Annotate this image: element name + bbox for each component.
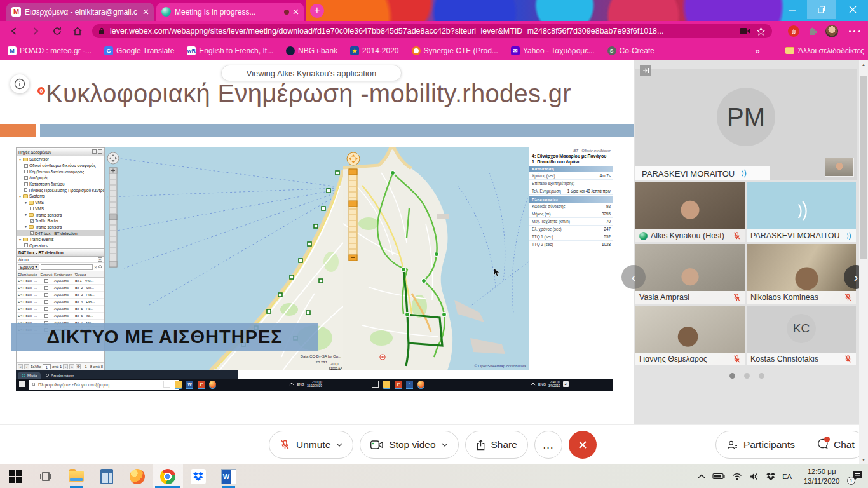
participant-tile[interactable]: PARASKEVI MORAITOU	[747, 182, 856, 242]
chevron-down-icon[interactable]	[336, 443, 342, 447]
window-minimize-button[interactable]	[778, 0, 807, 19]
speaker-icon[interactable]	[749, 473, 759, 480]
bookmark-item[interactable]: M ΡΟΔΟΣ: meteo.gr -...	[8, 46, 92, 55]
stage-tile[interactable]: PM PARASKEVI MORAITOU	[635, 69, 857, 180]
page-dot[interactable]	[729, 373, 735, 379]
tree-item[interactable]: ▼ Οδικοί σύνδεσμοι δικτύου αναφοράς	[17, 163, 104, 169]
collapse-panel-button[interactable]	[640, 65, 651, 76]
row-checkbox[interactable]	[44, 279, 48, 283]
firefox-button[interactable]	[122, 464, 153, 488]
scroll-down-icon[interactable]: ▼	[859, 456, 868, 464]
tree-checkbox[interactable]	[24, 176, 28, 180]
sensor-row[interactable]: D4T box -... Άγνωστο BT 3 - Pla...	[17, 292, 104, 299]
leave-meeting-button[interactable]	[569, 431, 597, 459]
tree-item[interactable]: ▼ Supervisor	[17, 156, 104, 163]
tree-checkbox[interactable]	[24, 182, 28, 186]
inner-search-box[interactable]: Πληκτρολογήστε εδώ για αναζήτηση	[29, 380, 179, 390]
bookmark-item[interactable]: wR English to French, It...	[187, 46, 273, 55]
inner-notification-badge[interactable]: 2	[563, 381, 569, 387]
panel-close-icon[interactable]	[98, 149, 102, 154]
file-explorer-icon[interactable]	[383, 381, 390, 388]
task-view-icon[interactable]	[163, 381, 170, 388]
sensor-row[interactable]: D4T box -... Άγνωστο BT 2 - Vill...	[17, 285, 104, 292]
page-dot[interactable]	[759, 373, 764, 379]
file-explorer-button[interactable]	[61, 464, 92, 488]
calculator-button[interactable]	[92, 464, 122, 488]
bookmark-star-icon[interactable]	[756, 27, 766, 36]
expander-icon[interactable]: ▼	[18, 194, 22, 198]
participant-tile[interactable]: Alkis Kyriakou (Host)	[635, 182, 745, 242]
inner-tab-mistic[interactable]: Mistic	[18, 372, 41, 379]
url-bar[interactable]: lever.webex.com/webappng/sites/lever/mee…	[92, 24, 772, 38]
window-close-button[interactable]	[837, 0, 868, 19]
profile-avatar[interactable]	[825, 24, 839, 38]
row-checkbox[interactable]	[44, 286, 48, 290]
clock[interactable]: 12:50 μμ13/11/2020	[799, 467, 844, 486]
extensions-puzzle-icon[interactable]	[806, 24, 820, 38]
browser-menu-icon[interactable]	[848, 24, 862, 38]
expander-icon[interactable]: ▼	[18, 238, 22, 241]
participant-tile[interactable]: Γιαννης Θεμελαρος	[635, 306, 745, 365]
tree-item[interactable]: ▼ VMS	[17, 206, 104, 212]
powerpoint-icon[interactable]: P	[395, 381, 402, 388]
tree-checkbox[interactable]	[30, 231, 34, 235]
first-page-button[interactable]: «	[18, 364, 23, 369]
stop-video-button[interactable]: Stop video	[360, 431, 458, 459]
tree-item[interactable]: ▼ Traffic events	[17, 236, 104, 243]
dropbox-button[interactable]	[183, 464, 214, 488]
tree-item[interactable]: ▼ Κατάσταση δικτύου	[17, 181, 104, 187]
row-checkbox[interactable]	[44, 293, 48, 297]
vertical-scrollbar[interactable]: ▲ ▼	[859, 60, 868, 464]
chat-button[interactable]: Chat	[806, 431, 865, 458]
grid-pagination-dots[interactable]	[634, 373, 859, 379]
tree-checkbox[interactable]	[30, 207, 34, 210]
tree-item[interactable]: ▼ Κόμβοι του δικτύου αναφοράς	[17, 168, 104, 175]
tree-checkbox[interactable]	[24, 164, 28, 168]
sensor-row[interactable]: D4T box -... Άγνωστο BT1 - VM...	[17, 278, 104, 285]
participant-tile[interactable]: Nikolaos Komineas	[747, 244, 856, 304]
scroll-up-icon[interactable]: ▲	[859, 60, 868, 69]
grid-previous-button[interactable]: ‹	[621, 265, 646, 289]
expander-icon[interactable]: ▼	[18, 158, 22, 161]
tab-close-icon[interactable]	[293, 9, 299, 15]
language-indicator[interactable]: ΕΛ	[782, 473, 792, 480]
search-icon[interactable]	[98, 265, 103, 269]
sensor-row[interactable]: D4T box -... Άγνωστο BT 6 - Iro...	[17, 313, 104, 320]
tree-item[interactable]: ▼ Διαδρομές	[17, 175, 104, 181]
map-attribution[interactable]: Data CC-By-SA by Op...	[301, 355, 342, 358]
search-scope-dropdown[interactable]: Έρευνα▾	[18, 264, 39, 270]
row-checkbox[interactable]	[44, 307, 48, 311]
browser-tab-gmail[interactable]: M Εισερχόμενα - elnikitara@gmail.c	[6, 3, 154, 21]
row-checkbox[interactable]	[44, 300, 48, 304]
tree-item[interactable]: ▼ Traffic sensors	[17, 212, 104, 218]
bookmarks-overflow-chevron[interactable]: »	[755, 46, 760, 56]
word-icon[interactable]: W	[186, 381, 193, 388]
refresh-icon[interactable]: ⟳	[76, 364, 81, 369]
tree-checkbox[interactable]	[24, 188, 27, 192]
map-detail[interactable]: © OpenStreetMap contributors	[343, 147, 529, 370]
powerpoint-icon[interactable]: P	[198, 381, 205, 388]
tray-chevron-up-icon[interactable]	[698, 474, 705, 479]
next-page-button[interactable]: ›	[63, 364, 68, 369]
collapse-list-icon[interactable]: −	[98, 257, 102, 262]
expander-icon[interactable]: ▼	[24, 225, 27, 229]
panel-collapse-icon[interactable]	[92, 149, 97, 154]
reload-button[interactable]	[51, 25, 64, 37]
expander-icon[interactable]: ▼	[24, 201, 27, 205]
unmute-button[interactable]: Unmute	[269, 431, 353, 459]
page-number-input[interactable]: 1	[43, 364, 51, 369]
bookmark-item[interactable]: ★ 2014-2020	[350, 46, 398, 55]
info-button[interactable]	[10, 74, 29, 93]
participants-button[interactable]: Participants	[716, 431, 806, 458]
wifi-icon[interactable]	[732, 473, 742, 480]
last-page-button[interactable]: »	[69, 364, 74, 369]
expander-icon[interactable]: ▼	[24, 213, 27, 217]
adblock-extension-icon[interactable]	[787, 24, 801, 38]
self-view-thumbnail[interactable]	[825, 158, 854, 177]
bookmark-item[interactable]: S Co-Create	[607, 46, 654, 55]
forward-button[interactable]	[29, 25, 42, 37]
bookmark-item[interactable]: ✉ Yahoo - Ταχυδρομε...	[511, 46, 595, 55]
file-explorer-icon[interactable]	[175, 381, 182, 388]
home-button[interactable]	[71, 25, 84, 37]
dropbox-tray-icon[interactable]	[766, 473, 775, 480]
